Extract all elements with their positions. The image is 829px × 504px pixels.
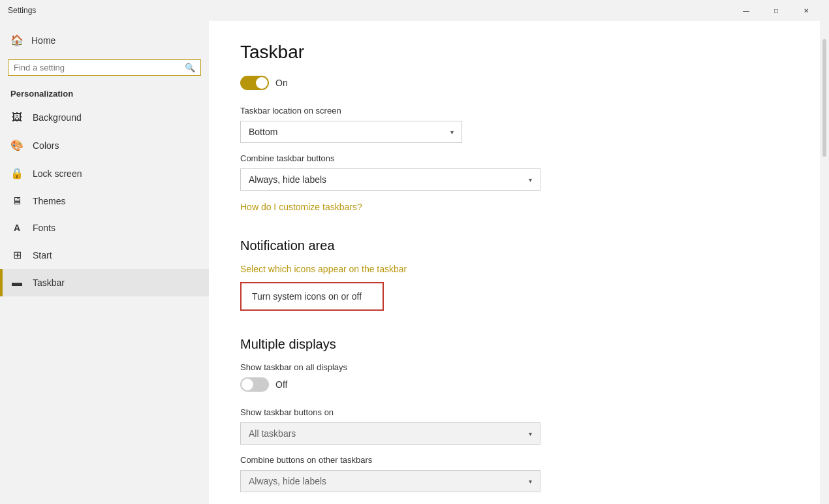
sidebar-item-home[interactable]: 🏠 Home [0, 26, 209, 54]
chevron-down-icon: ▾ [450, 129, 454, 136]
taskbar-toggle-row: On [240, 76, 789, 90]
sidebar-item-label: Taskbar [33, 277, 65, 288]
close-button[interactable]: ✕ [791, 0, 821, 21]
show-taskbar-toggle-label: Off [275, 379, 287, 390]
chevron-down-icon: ▾ [529, 430, 532, 437]
app-body: 🏠 Home 🔍 Personalization 🖼 Background 🎨 … [0, 21, 829, 504]
notification-icons-link[interactable]: Select which icons appear on the taskbar [240, 264, 789, 274]
taskbar-buttons-dropdown[interactable]: All taskbars ▾ [240, 422, 540, 445]
sidebar-item-colors[interactable]: 🎨 Colors [0, 131, 209, 159]
sidebar-item-taskbar[interactable]: ▬ Taskbar [0, 269, 209, 296]
sidebar-item-label: Fonts [33, 223, 55, 233]
sidebar-item-label: Lock screen [33, 168, 82, 179]
taskbar-buttons-on-label: Show taskbar buttons on [240, 407, 789, 417]
scrollbar-thumb[interactable] [822, 39, 826, 157]
home-icon: 🏠 [10, 34, 23, 46]
taskbar-toggle[interactable] [240, 76, 269, 90]
show-taskbar-toggle[interactable] [240, 377, 269, 392]
combine-taskbar-label: Combine taskbar buttons [240, 153, 789, 163]
taskbar-location-label: Taskbar location on screen [240, 106, 789, 116]
show-taskbar-label: Show taskbar on all displays [240, 362, 789, 372]
toggle-label: On [275, 78, 288, 88]
search-icon: 🔍 [185, 63, 195, 72]
home-label: Home [31, 35, 55, 46]
customize-taskbars-link[interactable]: How do I customize taskbars? [240, 202, 362, 212]
main-content: Taskbar On Taskbar location on screen Bo… [209, 21, 820, 504]
sidebar-item-themes[interactable]: 🖥 Themes [0, 187, 209, 215]
taskbar-location-dropdown[interactable]: Bottom ▾ [240, 121, 462, 143]
start-icon: ⊞ [10, 249, 23, 261]
multiple-displays-heading: Multiple displays [240, 337, 789, 352]
minimize-button[interactable]: — [731, 0, 761, 21]
scrollbar-track [820, 21, 829, 504]
fonts-icon: A [10, 223, 23, 233]
colors-icon: 🎨 [10, 139, 23, 151]
search-box[interactable]: 🔍 [8, 59, 201, 76]
window-controls: — □ ✕ [731, 0, 821, 21]
taskbar-location-value: Bottom [249, 127, 277, 137]
themes-icon: 🖥 [10, 195, 23, 207]
sidebar-item-lock-screen[interactable]: 🔒 Lock screen [0, 159, 209, 187]
taskbar-icon: ▬ [10, 277, 23, 289]
sidebar-item-label: Background [33, 112, 82, 123]
sidebar-item-start[interactable]: ⊞ Start [0, 241, 209, 269]
background-icon: 🖼 [10, 112, 23, 123]
sidebar-item-background[interactable]: 🖼 Background [0, 104, 209, 131]
combine-other-dropdown[interactable]: Always, hide labels ▾ [240, 470, 540, 492]
taskbar-buttons-value: All taskbars [249, 428, 296, 439]
app-title: Settings [8, 6, 36, 15]
search-input[interactable] [14, 63, 185, 72]
combine-other-value: Always, hide labels [249, 476, 326, 486]
lock-icon: 🔒 [10, 167, 23, 180]
personalization-heading: Personalization [0, 84, 209, 104]
notification-area-heading: Notification area [240, 238, 789, 253]
maximize-button[interactable]: □ [761, 0, 791, 21]
title-bar: Settings — □ ✕ [0, 0, 829, 21]
sidebar-item-label: Colors [33, 140, 59, 151]
sidebar-item-label: Themes [33, 196, 66, 206]
combine-other-label: Combine buttons on other taskbars [240, 455, 789, 465]
combine-taskbar-value: Always, hide labels [249, 174, 326, 185]
combine-taskbar-dropdown[interactable]: Always, hide labels ▾ [240, 168, 540, 191]
sidebar: 🏠 Home 🔍 Personalization 🖼 Background 🎨 … [0, 21, 209, 504]
sidebar-item-label: Start [33, 250, 52, 260]
show-taskbar-toggle-row: Off [240, 377, 789, 392]
chevron-down-icon: ▾ [529, 478, 532, 485]
system-icons-button[interactable]: Turn system icons on or off [240, 282, 384, 311]
page-title: Taskbar [240, 42, 789, 63]
chevron-down-icon: ▾ [529, 176, 532, 183]
sidebar-item-fonts[interactable]: A Fonts [0, 215, 209, 241]
